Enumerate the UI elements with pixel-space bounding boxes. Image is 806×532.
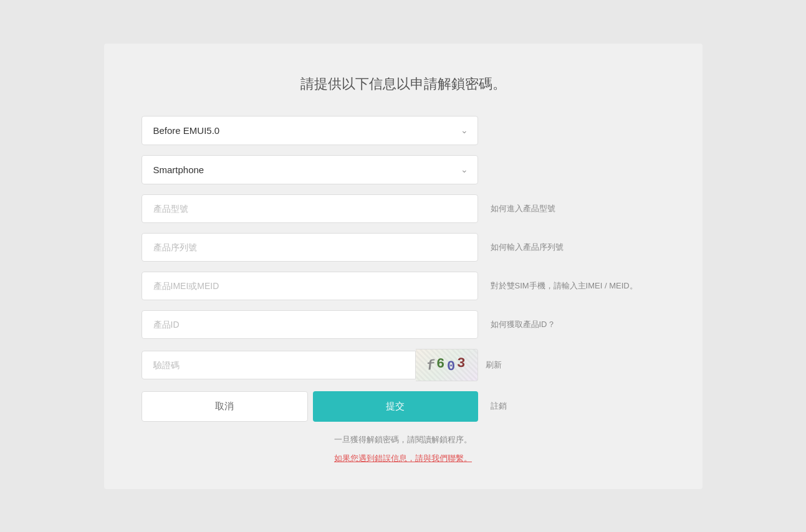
form-card: 請提供以下信息以申請解鎖密碼。 Before EMUI5.0 EMUI5.0 a… bbox=[104, 44, 703, 489]
device-select-wrapper: Smartphone Tablet Other ⌄ bbox=[142, 155, 478, 184]
device-select[interactable]: Smartphone Tablet Other bbox=[142, 155, 478, 184]
device-select-container: Smartphone Tablet Other ⌄ bbox=[142, 155, 478, 184]
product-id-row: 如何獲取產品ID？ bbox=[142, 310, 665, 339]
version-select[interactable]: Before EMUI5.0 EMUI5.0 and later bbox=[142, 116, 478, 145]
submit-button[interactable]: 提交 bbox=[313, 391, 478, 422]
imei-hint: 對於雙SIM手機，請輸入主IMEI / MEID。 bbox=[491, 280, 638, 292]
captcha-input[interactable] bbox=[142, 351, 416, 379]
serial-row: 如何輸入產品序列號 bbox=[142, 233, 665, 262]
model-row: 如何進入產品型號 bbox=[142, 194, 665, 223]
serial-hint: 如何輸入產品序列號 bbox=[491, 242, 564, 253]
imei-input-wrapper bbox=[142, 272, 478, 300]
captcha-text: f 6 0 3 bbox=[426, 357, 466, 373]
product-id-input-wrapper bbox=[142, 310, 478, 339]
version-select-container: Before EMUI5.0 EMUI5.0 and later ⌄ bbox=[142, 116, 478, 145]
product-id-input[interactable] bbox=[142, 310, 478, 339]
serial-input-wrapper bbox=[142, 233, 478, 262]
captcha-char-4: 3 bbox=[456, 356, 467, 372]
captcha-char-1: f bbox=[426, 358, 436, 374]
footer-note: 一旦獲得解鎖密碼，請閱讀解鎖程序。 bbox=[142, 434, 665, 445]
unregister-link[interactable]: 註銷 bbox=[491, 401, 507, 412]
page-title: 請提供以下信息以申請解鎖密碼。 bbox=[142, 75, 665, 93]
captcha-input-area: f 6 0 3 bbox=[142, 349, 478, 381]
product-model-input[interactable] bbox=[142, 194, 478, 223]
action-buttons: 取消 提交 bbox=[142, 391, 478, 422]
version-row: Before EMUI5.0 EMUI5.0 and later ⌄ bbox=[142, 116, 665, 145]
product-imei-input[interactable] bbox=[142, 272, 478, 300]
cancel-button[interactable]: 取消 bbox=[142, 391, 308, 422]
refresh-button[interactable]: 刷新 bbox=[486, 359, 502, 371]
device-row: Smartphone Tablet Other ⌄ bbox=[142, 155, 665, 184]
action-row: 取消 提交 註銷 bbox=[142, 391, 665, 422]
error-contact-link[interactable]: 如果您遇到錯誤信息，請與我們聯繫。 bbox=[142, 453, 665, 464]
version-select-wrapper: Before EMUI5.0 EMUI5.0 and later ⌄ bbox=[142, 116, 478, 145]
captcha-row: f 6 0 3 刷新 bbox=[142, 349, 665, 381]
imei-row: 對於雙SIM手機，請輸入主IMEI / MEID。 bbox=[142, 272, 665, 300]
product-serial-input[interactable] bbox=[142, 233, 478, 262]
product-id-hint: 如何獲取產品ID？ bbox=[491, 319, 555, 330]
model-hint: 如何進入產品型號 bbox=[491, 203, 555, 214]
captcha-char-3: 0 bbox=[446, 359, 456, 375]
page-container: 請提供以下信息以申請解鎖密碼。 Before EMUI5.0 EMUI5.0 a… bbox=[0, 0, 806, 532]
captcha-char-2: 6 bbox=[436, 356, 446, 373]
model-input-wrapper bbox=[142, 194, 478, 223]
captcha-image: f 6 0 3 bbox=[416, 349, 478, 381]
